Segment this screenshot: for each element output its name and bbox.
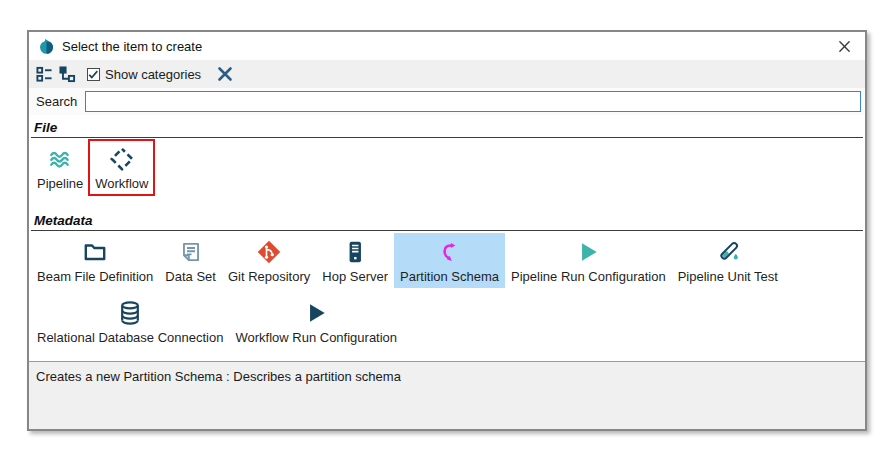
item-beam-file-definition[interactable]: Beam File Definition: [31, 233, 159, 288]
dialog-titlebar: Select the item to create: [29, 32, 865, 60]
item-hop-server[interactable]: Hop Server: [316, 233, 394, 288]
list-view-icon[interactable]: [33, 64, 56, 85]
server-icon: [342, 237, 368, 267]
git-icon: [256, 237, 282, 267]
category-header-file: File: [31, 116, 863, 138]
desktop: Select the item to create: [0, 0, 896, 451]
search-input[interactable]: [85, 91, 861, 112]
tree-view-icon[interactable]: [56, 64, 79, 85]
search-row: Search: [29, 88, 865, 115]
item-workflow-run-configuration[interactable]: Workflow Run Configuration: [229, 294, 403, 349]
item-label: Data Set: [165, 269, 216, 284]
folder-icon: [82, 237, 108, 267]
dialog-title: Select the item to create: [62, 39, 202, 54]
item-workflow[interactable]: Workflow: [89, 140, 154, 195]
item-label: Relational Database Connection: [37, 330, 223, 345]
unittest-icon: [715, 237, 741, 267]
play-teal-icon: [575, 237, 601, 267]
item-data-set[interactable]: Data Set: [159, 233, 222, 288]
item-pipeline-run-configuration[interactable]: Pipeline Run Configuration: [505, 233, 672, 288]
item-pipeline-unit-test[interactable]: Pipeline Unit Test: [672, 233, 784, 288]
category-items-file: PipelineWorkflow: [31, 138, 863, 195]
item-relational-database-connection[interactable]: Relational Database Connection: [31, 294, 229, 349]
item-label: Beam File Definition: [37, 269, 153, 284]
item-label: Partition Schema: [400, 269, 499, 284]
item-partition-schema[interactable]: Partition Schema: [394, 233, 505, 288]
item-pipeline[interactable]: Pipeline: [31, 140, 89, 195]
clear-filter-icon[interactable]: [213, 63, 237, 85]
hop-logo-icon: [38, 38, 55, 55]
status-text: Creates a new Partition Schema : Describ…: [36, 369, 401, 384]
dialog-toolbar: Show categories: [29, 60, 865, 88]
search-label: Search: [33, 94, 85, 109]
item-label: Workflow: [95, 176, 148, 191]
category-header-metadata: Metadata: [31, 209, 863, 231]
item-label: Pipeline Run Configuration: [511, 269, 666, 284]
play-navy-icon: [303, 298, 329, 328]
show-categories-label: Show categories: [105, 67, 201, 82]
item-label: Pipeline Unit Test: [678, 269, 778, 284]
dataset-icon: [178, 237, 204, 267]
show-categories-checkbox[interactable]: Show categories: [87, 67, 201, 82]
item-label: Git Repository: [228, 269, 310, 284]
item-label: Pipeline: [37, 176, 83, 191]
workflow-icon: [109, 144, 135, 174]
partition-icon: [437, 237, 463, 267]
item-label: Workflow Run Configuration: [235, 330, 397, 345]
item-list: FilePipelineWorkflowMetadataBeam File De…: [29, 115, 865, 361]
pipeline-icon: [47, 144, 73, 174]
status-bar: Creates a new Partition Schema : Describ…: [29, 361, 865, 429]
item-label: Hop Server: [322, 269, 388, 284]
create-item-dialog: Select the item to create: [27, 30, 867, 431]
database-icon: [117, 298, 143, 328]
category-items-metadata: Beam File DefinitionData SetGit Reposito…: [31, 231, 863, 349]
checkbox-check-icon: [87, 68, 100, 81]
item-git-repository[interactable]: Git Repository: [222, 233, 316, 288]
close-icon[interactable]: [836, 38, 853, 55]
